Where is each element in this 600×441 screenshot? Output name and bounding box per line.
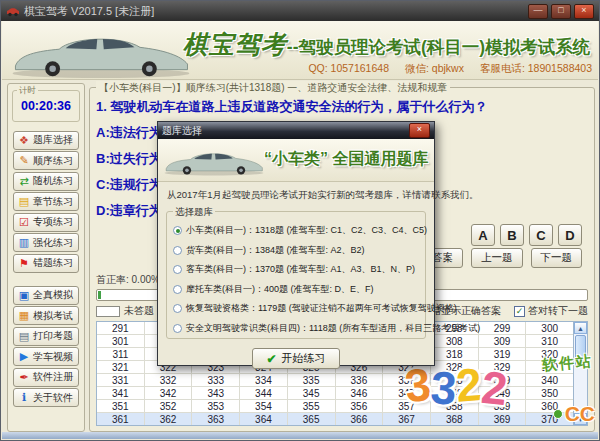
answer-letter-button[interactable]: C xyxy=(529,224,553,246)
grid-cell[interactable]: 367 xyxy=(383,413,431,425)
bank-option-list: 小车类(科目一)：1318题 (准驾车型: C1、C2、C3、C4、C5)货车类… xyxy=(173,221,419,338)
dialog-close-icon[interactable]: × xyxy=(409,123,430,138)
grid-cell[interactable]: 359 xyxy=(479,400,527,412)
minimize-button[interactable]: — xyxy=(528,4,548,19)
grid-cell[interactable]: 318 xyxy=(431,348,479,360)
grid-cell[interactable]: 361 xyxy=(97,413,145,425)
grid-cell[interactable]: 348 xyxy=(431,387,479,399)
grid-cell[interactable]: 345 xyxy=(288,387,336,399)
scroll-thumb[interactable] xyxy=(575,335,586,367)
grid-cell[interactable]: 355 xyxy=(288,400,336,412)
random-practice-button[interactable]: ⇄随机练习 xyxy=(13,172,79,191)
grid-cell[interactable]: 334 xyxy=(240,374,288,386)
grid-cell[interactable]: 354 xyxy=(240,400,288,412)
mock-exam-button[interactable]: ▦模拟考试 xyxy=(13,306,79,325)
dialog-banner: “小车类” 全国通用题库 xyxy=(158,139,434,182)
about-software-button[interactable]: ℹ关于软件 xyxy=(13,388,79,407)
prev-question-button[interactable]: 上一题 xyxy=(471,248,523,268)
grid-cell[interactable]: 291 xyxy=(97,322,145,334)
grid-cell[interactable]: 335 xyxy=(288,374,336,386)
grid-cell[interactable]: 370 xyxy=(526,413,573,425)
grid-cell[interactable]: 333 xyxy=(192,374,240,386)
grid-cell[interactable]: 346 xyxy=(336,387,384,399)
contact-wechat: 微信: qbjkwx xyxy=(405,62,464,76)
scroll-up-icon[interactable]: ▲ xyxy=(574,322,587,334)
grid-cell[interactable]: 360 xyxy=(526,400,573,412)
grid-cell[interactable]: 336 xyxy=(336,374,384,386)
grid-cell[interactable]: 364 xyxy=(240,413,288,425)
bank-option[interactable]: 客车类(科目一)：1370题 (准驾车型: A1、A3、B1、N、P) xyxy=(173,260,419,280)
bank-option[interactable]: 恢复驾驶资格类：1179题 (驾驶证注销不超两年可考试恢复驾驶资格) xyxy=(173,299,419,319)
answer-letter-button[interactable]: D xyxy=(558,224,582,246)
bank-option[interactable]: 小车类(科目一)：1318题 (准驾车型: C1、C2、C3、C4、C5) xyxy=(173,221,419,241)
grid-cell[interactable]: 311 xyxy=(97,348,145,360)
grid-cell[interactable]: 308 xyxy=(431,335,479,347)
grid-cell[interactable]: 350 xyxy=(526,387,573,399)
grid-cell[interactable]: 366 xyxy=(336,413,384,425)
scroll-down-icon[interactable]: ▼ xyxy=(574,413,587,425)
grid-cell[interactable]: 351 xyxy=(97,400,145,412)
wrong-question-practice-button[interactable]: ⚑错题练习 xyxy=(13,254,79,273)
grid-cell[interactable]: 363 xyxy=(192,413,240,425)
grid-cell[interactable]: 344 xyxy=(240,387,288,399)
grid-cell[interactable]: 352 xyxy=(145,400,193,412)
grid-cell[interactable]: 321 xyxy=(97,361,145,373)
grid-cell[interactable]: 353 xyxy=(192,400,240,412)
special-practice-button[interactable]: ☑专项练习 xyxy=(13,213,79,232)
bank-select-button[interactable]: ❖题库选择 xyxy=(13,131,79,150)
grid-cell[interactable]: 310 xyxy=(526,335,573,347)
grid-cell[interactable]: 340 xyxy=(526,374,573,386)
grid-cell[interactable]: 342 xyxy=(145,387,193,399)
maximize-button[interactable]: □ xyxy=(551,4,571,19)
bank-option[interactable]: 安全文明驾驶常识类(科目四)：1118题 (所有车型适用，科目三路考后考试) xyxy=(173,319,419,339)
checkbox-icon: ☑ xyxy=(18,217,30,228)
close-button[interactable]: × xyxy=(574,4,594,19)
grid-cell[interactable]: 357 xyxy=(383,400,431,412)
bank-option[interactable]: 货车类(科目一)：1384题 (准驾车型: A2、B2) xyxy=(173,241,419,261)
answer-letter-button[interactable]: B xyxy=(500,224,524,246)
answer-letter-button[interactable]: A xyxy=(471,224,495,246)
sequential-practice-button[interactable]: ✎顺序练习 xyxy=(13,151,79,170)
software-register-button[interactable]: ✒软件注册 xyxy=(13,368,79,387)
grid-cell[interactable]: 300 xyxy=(526,322,573,334)
window-icon: ▦ xyxy=(18,310,30,321)
grid-cell[interactable]: 301 xyxy=(97,335,145,347)
dialog-footer: ✔ 开始练习 xyxy=(158,348,434,369)
grid-cell[interactable]: 320 xyxy=(526,348,573,360)
intensive-practice-button[interactable]: ▥强化练习 xyxy=(13,233,79,252)
driving-video-button[interactable]: ▶学车视频 xyxy=(13,347,79,366)
bank-option-label: 摩托车类(科目一)：400题 (准驾车型: D、E、F) xyxy=(186,283,374,296)
grid-cell[interactable]: 319 xyxy=(479,348,527,360)
full-simulation-button[interactable]: ▣全真模拟 xyxy=(13,286,79,305)
grid-cell[interactable]: 341 xyxy=(97,387,145,399)
grid-cell[interactable]: 362 xyxy=(145,413,193,425)
window-titlebar[interactable]: 棋宝驾考 V2017.5 [未注册] — □ × xyxy=(1,1,599,21)
grid-cell[interactable]: 337 xyxy=(383,374,431,386)
grid-cell[interactable]: 347 xyxy=(383,387,431,399)
bank-option[interactable]: 摩托车类(科目一)：400题 (准驾车型: D、E、F) xyxy=(173,280,419,300)
start-practice-button[interactable]: ✔ 开始练习 xyxy=(252,348,339,369)
grid-cell[interactable]: 332 xyxy=(145,374,193,386)
grid-cell[interactable]: 368 xyxy=(431,413,479,425)
bank-option-label: 恢复驾驶资格类：1179题 (驾驶证注销不超两年可考试恢复驾驶资格) xyxy=(186,302,457,315)
grid-cell[interactable]: 330 xyxy=(526,361,573,373)
grid-cell[interactable]: 299 xyxy=(479,322,527,334)
next-question-button[interactable]: 下一题 xyxy=(531,248,583,268)
grid-cell[interactable]: 369 xyxy=(479,413,527,425)
brand-name: 棋宝驾考 xyxy=(183,30,287,58)
grid-cell[interactable]: 358 xyxy=(431,400,479,412)
grid-cell[interactable]: 338 xyxy=(431,374,479,386)
grid-cell[interactable]: 309 xyxy=(479,335,527,347)
grid-cell[interactable]: 356 xyxy=(336,400,384,412)
grid-cell[interactable]: 343 xyxy=(192,387,240,399)
option-checkbox[interactable]: ✓答对转下一题 xyxy=(514,304,588,318)
grid-cell[interactable]: 365 xyxy=(288,413,336,425)
grid-cell[interactable]: 328 xyxy=(431,361,479,373)
grid-cell[interactable]: 339 xyxy=(479,374,527,386)
chapter-practice-button[interactable]: ▤章节练习 xyxy=(13,192,79,211)
grid-cell[interactable]: 349 xyxy=(479,387,527,399)
dialog-titlebar[interactable]: 题库选择 × xyxy=(158,122,434,139)
grid-cell[interactable]: 331 xyxy=(97,374,145,386)
print-questions-button[interactable]: ▤打印考题 xyxy=(13,327,79,346)
grid-cell[interactable]: 329 xyxy=(479,361,527,373)
